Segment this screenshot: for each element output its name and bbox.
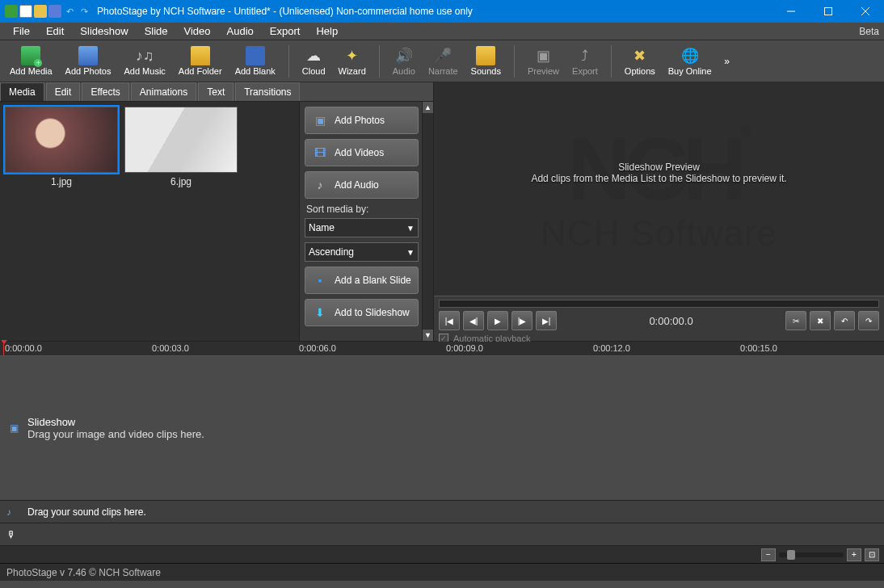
media-thumb[interactable]: 6.jpg (124, 107, 238, 187)
preview-time: 0:00:00.0 (560, 315, 782, 327)
audio-track[interactable]: ♪ Drag your sound clips here. (0, 500, 884, 523)
new-icon[interactable] (19, 5, 32, 18)
step-forward-button[interactable]: |▶ (511, 311, 533, 330)
skip-start-button[interactable]: |◀ (439, 311, 460, 330)
menu-help[interactable]: Help (308, 23, 346, 39)
skip-end-button[interactable]: ▶| (536, 311, 557, 330)
add-photos-button[interactable]: Add Photos (61, 42, 116, 81)
close-button[interactable] (847, 0, 884, 23)
redo-icon[interactable]: ↷ (78, 5, 91, 18)
scrollbar[interactable]: ▲ ▼ (422, 102, 433, 341)
preview-hint: Slideshow Preview Add clips from the Med… (531, 162, 786, 184)
tab-text[interactable]: Text (198, 82, 234, 101)
export-button[interactable]: ⤴Export (567, 42, 603, 81)
mic-track[interactable]: 🎙 (0, 523, 884, 545)
cloud-button[interactable]: ☁Cloud (297, 42, 330, 81)
redo-preview-button[interactable]: ↷ (858, 311, 879, 330)
left-panel: Media Edit Effects Animations Text Trans… (0, 82, 434, 341)
zoom-out-button[interactable]: − (761, 548, 776, 561)
thumb-image (5, 107, 118, 173)
cut-button[interactable]: ✂ (785, 311, 806, 330)
window-title: PhotoStage by NCH Software - Untitled* -… (97, 6, 473, 17)
preview-seekbar[interactable] (439, 300, 879, 308)
video-track[interactable]: ▣ Slideshow Drag your image and video cl… (0, 356, 884, 500)
preview-icon: ▣ (533, 46, 553, 65)
scroll-down-arrow[interactable]: ▼ (423, 330, 433, 341)
narrate-button[interactable]: 🎤Narrate (423, 42, 463, 81)
menu-slideshow[interactable]: Slideshow (72, 23, 136, 39)
add-blank-button[interactable]: Add Blank (230, 42, 280, 81)
add-audio-action[interactable]: ♪Add Audio (305, 171, 419, 199)
undo-preview-button[interactable]: ↶ (834, 311, 855, 330)
play-button[interactable]: ▶ (487, 311, 508, 330)
audio-button[interactable]: 🔊Audio (388, 42, 420, 81)
timeline-ruler[interactable]: 0:00:00.0 0:00:03.0 0:00:06.0 0:00:09.0 … (0, 342, 884, 356)
add-to-slideshow-action[interactable]: ⬇Add to Slideshow (305, 299, 419, 326)
ruler-time: 0:00:09.0 (446, 343, 483, 353)
zoom-slider[interactable] (779, 552, 844, 557)
main-toolbar: +Add Media Add Photos ♪♫Add Music Add Fo… (0, 40, 884, 82)
delete-button[interactable]: ✖ (810, 311, 831, 330)
zoom-fit-button[interactable]: ⊡ (865, 548, 879, 561)
tab-animations[interactable]: Animations (131, 82, 196, 101)
toolbar-overflow[interactable]: » (720, 42, 735, 81)
sort-field-select[interactable]: Name▼ (305, 218, 419, 237)
slideshow-track-icon: ▣ (6, 421, 21, 435)
export-icon: ⤴ (575, 46, 595, 65)
undo-icon[interactable]: ↶ (63, 5, 76, 18)
titlebar: ↶ ↷ PhotoStage by NCH Software - Untitle… (0, 0, 884, 23)
menu-edit[interactable]: Edit (38, 23, 72, 39)
minimize-button[interactable] (772, 0, 810, 23)
media-actions: ▣Add Photos 🎞Add Videos ♪Add Audio Sort … (299, 102, 433, 341)
tab-transitions[interactable]: Transitions (235, 82, 300, 101)
media-thumb[interactable]: 1.jpg (5, 107, 118, 187)
music-icon: ♪♫ (135, 46, 154, 65)
options-button[interactable]: ✖Options (620, 42, 660, 81)
step-back-button[interactable]: ◀| (463, 311, 484, 330)
add-blank-slide-action[interactable]: ▪Add a Blank Slide (305, 267, 419, 294)
add-videos-action[interactable]: 🎞Add Videos (305, 139, 419, 166)
ruler-time: 0:00:00.0 (5, 343, 42, 353)
preview-button[interactable]: ▣Preview (523, 42, 564, 81)
svg-rect-1 (825, 8, 832, 15)
audio-track-icon: ♪ (6, 506, 21, 518)
thumb-caption: 6.jpg (124, 176, 238, 187)
menu-export[interactable]: Export (262, 23, 309, 39)
ruler-time: 0:00:03.0 (152, 343, 189, 353)
separator (379, 45, 380, 78)
photos-icon: ▣ (312, 112, 328, 128)
add-folder-button[interactable]: Add Folder (174, 42, 227, 81)
panel-tabs: Media Edit Effects Animations Text Trans… (0, 82, 433, 102)
menu-audio[interactable]: Audio (219, 23, 262, 39)
speaker-icon: 🔊 (394, 46, 414, 65)
sort-order-select[interactable]: Ascending▼ (305, 242, 419, 262)
tab-media[interactable]: Media (0, 82, 44, 101)
add-photos-action[interactable]: ▣Add Photos (305, 107, 419, 134)
window-controls (772, 0, 884, 23)
menu-video[interactable]: Video (176, 23, 219, 39)
tab-effects[interactable]: Effects (82, 82, 128, 101)
zoom-in-button[interactable]: + (847, 548, 861, 561)
cloud-icon: ☁ (304, 46, 323, 65)
preview-panel: NCH® NCH Software Slideshow Preview Add … (434, 82, 884, 341)
mic-track-icon: 🎙 (6, 529, 21, 540)
thumb-caption: 1.jpg (5, 176, 118, 187)
media-thumbnails[interactable]: 1.jpg 6.jpg (0, 102, 299, 341)
menu-file[interactable]: File (5, 23, 38, 39)
beta-label[interactable]: Beta (859, 26, 879, 37)
tab-edit[interactable]: Edit (46, 82, 81, 101)
sounds-icon (476, 46, 495, 65)
menu-slide[interactable]: Slide (137, 23, 176, 39)
add-media-button[interactable]: +Add Media (5, 42, 57, 81)
ruler-time: 0:00:06.0 (299, 343, 336, 353)
save-icon[interactable] (48, 5, 61, 18)
sounds-button[interactable]: Sounds (466, 42, 506, 81)
wizard-button[interactable]: ✦Wizard (334, 42, 371, 81)
open-icon[interactable] (34, 5, 47, 18)
buy-online-button[interactable]: 🌐Buy Online (663, 42, 717, 81)
maximize-button[interactable] (810, 0, 847, 23)
scroll-up-arrow[interactable]: ▲ (423, 102, 433, 113)
playhead[interactable] (3, 342, 4, 355)
menubar: File Edit Slideshow Slide Video Audio Ex… (0, 23, 884, 40)
add-music-button[interactable]: ♪♫Add Music (119, 42, 170, 81)
